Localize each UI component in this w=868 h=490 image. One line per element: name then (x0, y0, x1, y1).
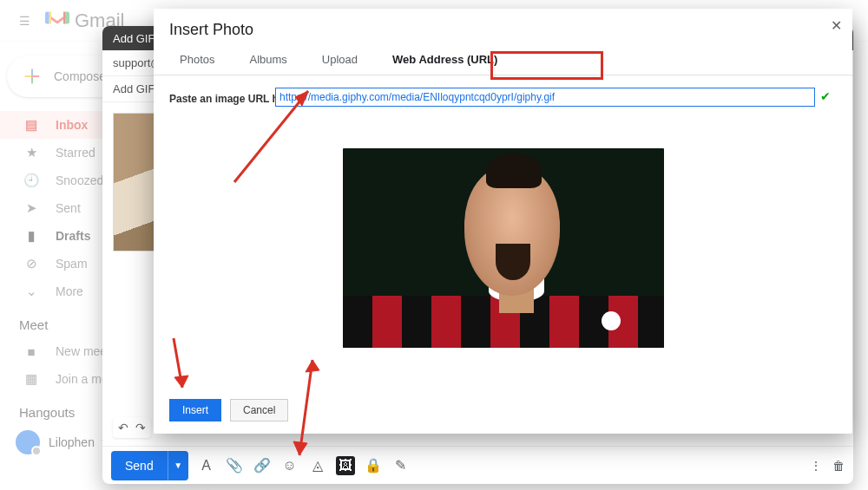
insert-photo-modal: ✕ Insert Photo PhotosAlbumsUploadWeb Add… (154, 9, 852, 434)
tab-web-address-url-[interactable]: Web Address (URL) (375, 44, 515, 75)
image-preview (343, 148, 664, 348)
valid-url-icon: ✔ (820, 89, 831, 103)
confidential-icon[interactable]: 🔒 (364, 456, 383, 475)
tab-photos[interactable]: Photos (162, 44, 232, 75)
compose-toolbar: Send ▼ A📎🔗☺◬🖼🔒✎ ⋮ 🗑 (102, 446, 853, 484)
cancel-button[interactable]: Cancel (230, 399, 288, 421)
insert-button[interactable]: Insert (169, 399, 221, 421)
format-icon[interactable]: A (197, 456, 216, 475)
more-options-button[interactable]: ⋮ (810, 459, 822, 473)
image-icon[interactable]: 🖼 (336, 456, 355, 475)
image-url-input[interactable] (275, 88, 815, 107)
link-icon[interactable]: 🔗 (253, 456, 272, 475)
attach-icon[interactable]: 📎 (225, 456, 244, 475)
tab-albums[interactable]: Albums (232, 44, 304, 75)
drive-icon[interactable]: ◬ (308, 456, 327, 475)
emoji-icon[interactable]: ☺ (280, 456, 299, 475)
close-button[interactable]: ✕ (831, 17, 842, 34)
undo-button[interactable]: ↶ (118, 421, 128, 434)
redo-button[interactable]: ↷ (135, 421, 146, 434)
send-more-button[interactable]: ▼ (168, 451, 188, 480)
signature-icon[interactable]: ✎ (391, 456, 411, 475)
modal-title: Insert Photo (154, 9, 852, 44)
send-button[interactable]: Send (111, 451, 168, 480)
discard-draft-button[interactable]: 🗑 (832, 459, 845, 473)
tab-upload[interactable]: Upload (305, 44, 375, 75)
